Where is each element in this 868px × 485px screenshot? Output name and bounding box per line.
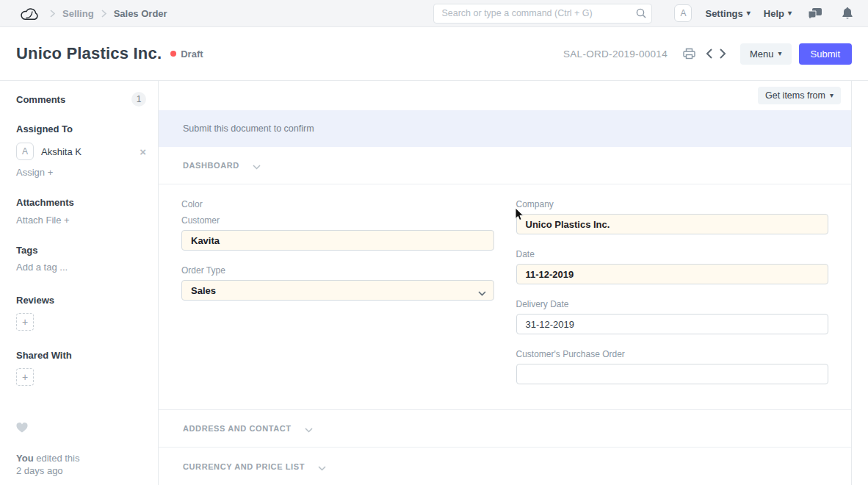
comments-link[interactable]: Comments [16, 94, 65, 105]
date-input[interactable]: 11-12-2019 [516, 264, 829, 284]
section-currency-price-list[interactable]: CURRENCY AND PRICE LIST [159, 448, 851, 485]
plus-icon: + [22, 316, 28, 328]
plus-icon: + [22, 371, 28, 383]
order-type-value: Sales [191, 285, 216, 296]
breadcrumb: Selling Sales Order [16, 4, 167, 22]
section-address-contact[interactable]: ADDRESS AND CONTACT [159, 410, 851, 448]
company-field: Company Unico Plastics Inc. [516, 199, 829, 234]
breadcrumb-doctype[interactable]: Sales Order [114, 8, 167, 19]
color-field-label: Color [181, 199, 494, 209]
add-tag-input[interactable]: Add a tag ... [16, 262, 146, 273]
search-input[interactable] [433, 4, 652, 24]
page-title: Unico Plastics Inc. [16, 44, 162, 63]
form-toolbar: Get items from ▾ [159, 81, 851, 110]
comments-count-badge: 1 [131, 92, 146, 107]
assigned-to-heading: Assigned To [16, 123, 146, 134]
settings-menu[interactable]: Settings ▾ [705, 8, 750, 19]
customer-field: Customer Kavita [181, 215, 494, 251]
add-review-button[interactable]: + [16, 313, 34, 331]
chevron-right-icon [101, 10, 106, 18]
attach-file-label: Attach File [16, 215, 61, 226]
shared-with-heading: Shared With [16, 350, 146, 361]
customer-input[interactable]: Kavita [181, 230, 494, 251]
print-icon[interactable] [679, 46, 699, 61]
date-field: Date 11-12-2019 [516, 249, 829, 284]
assignee-name[interactable]: Akshita K [41, 146, 140, 157]
menu-button-label: Menu [750, 48, 774, 60]
chevron-down-icon: ▾ [778, 50, 782, 57]
user-avatar[interactable]: A [674, 4, 692, 22]
company-input[interactable]: Unico Plastics Inc. [516, 214, 829, 234]
global-search [433, 4, 652, 24]
reviews-heading: Reviews [16, 295, 146, 306]
document-name: SAL-ORD-2019-00014 [563, 48, 668, 60]
share-button[interactable]: + [16, 368, 34, 386]
breadcrumb-module[interactable]: Selling [62, 8, 94, 19]
form-sidebar: Comments 1 Assigned To A Akshita K × Ass… [0, 81, 158, 485]
chevron-right-icon [50, 10, 55, 18]
status-badge: Draft [170, 48, 203, 60]
app-logo-icon[interactable] [16, 4, 43, 22]
form-column-right: Company Unico Plastics Inc. Date 11-12-2… [516, 199, 829, 409]
prev-document-icon[interactable] [702, 47, 716, 60]
activity-actor: You [16, 453, 34, 464]
page-head: Unico Plastics Inc. Draft SAL-ORD-2019-0… [0, 27, 868, 81]
section-dashboard[interactable]: DASHBOARD [159, 147, 851, 184]
remove-assignee-icon[interactable]: × [140, 146, 146, 158]
get-items-from-button[interactable]: Get items from ▾ [758, 87, 841, 104]
order-type-field: Order Type Sales [181, 265, 494, 301]
activity-action: edited this [34, 453, 80, 464]
customer-po-input[interactable] [516, 364, 829, 384]
delivery-date-field-label: Delivery Date [516, 299, 829, 309]
notifications-bell-icon[interactable] [839, 6, 856, 21]
submit-button-label: Submit [811, 48, 840, 60]
activity-time: 2 days ago [16, 464, 146, 477]
chevron-down-icon [318, 461, 326, 474]
navbar: Selling Sales Order A Settings ▾ Help ▾ [0, 0, 868, 27]
settings-label: Settings [705, 8, 742, 19]
delivery-date-field: Delivery Date 31-12-2019 [516, 299, 829, 334]
chevron-down-icon [305, 423, 313, 436]
activity-entry: You edited this 2 days ago [16, 452, 146, 477]
form-column-left: Color Customer Kavita Order Type Sales [181, 199, 494, 409]
customer-po-field-label: Customer's Purchase Order [516, 349, 829, 359]
assign-button[interactable]: Assign + [16, 167, 146, 178]
delivery-date-input[interactable]: 31-12-2019 [516, 314, 829, 334]
chevron-down-icon [253, 159, 261, 173]
attach-file-button[interactable]: Attach File + [16, 215, 146, 226]
status-dot-icon [170, 51, 176, 57]
section-currency-title: CURRENCY AND PRICE LIST [183, 462, 305, 471]
section-address-title: ADDRESS AND CONTACT [183, 424, 292, 433]
order-type-field-label: Order Type [181, 265, 494, 276]
assign-label: Assign [16, 167, 45, 178]
submit-button[interactable]: Submit [799, 43, 852, 65]
banner-text: Submit this document to confirm [183, 123, 314, 134]
status-label: Draft [181, 48, 203, 60]
chevron-down-icon: ▾ [788, 10, 792, 17]
customer-po-field: Customer's Purchase Order [516, 349, 829, 384]
customer-field-label: Customer [181, 215, 494, 226]
help-menu[interactable]: Help ▾ [764, 8, 792, 19]
submit-message-banner: Submit this document to confirm [159, 110, 851, 147]
tags-heading: Tags [16, 245, 146, 256]
next-document-icon[interactable] [716, 47, 730, 60]
attachments-heading: Attachments [16, 197, 146, 208]
help-label: Help [764, 8, 784, 19]
form-fields-section: Color Customer Kavita Order Type Sales [159, 184, 851, 410]
menu-button[interactable]: Menu ▾ [740, 43, 792, 65]
plus-icon: + [48, 167, 54, 178]
chevron-down-icon [478, 287, 486, 298]
company-field-label: Company [516, 199, 829, 209]
order-type-select[interactable]: Sales [181, 280, 494, 301]
like-heart-icon[interactable] [16, 423, 146, 436]
section-dashboard-title: DASHBOARD [183, 161, 239, 170]
plus-icon: + [64, 215, 70, 226]
date-field-label: Date [516, 249, 829, 259]
chevron-down-icon: ▾ [747, 10, 751, 17]
assignee-row: A Akshita K × [16, 143, 146, 160]
get-items-from-label: Get items from [765, 90, 825, 101]
search-icon [636, 8, 646, 21]
chevron-down-icon: ▾ [830, 92, 833, 99]
chat-icon[interactable] [805, 7, 825, 21]
assignee-avatar[interactable]: A [16, 143, 34, 160]
